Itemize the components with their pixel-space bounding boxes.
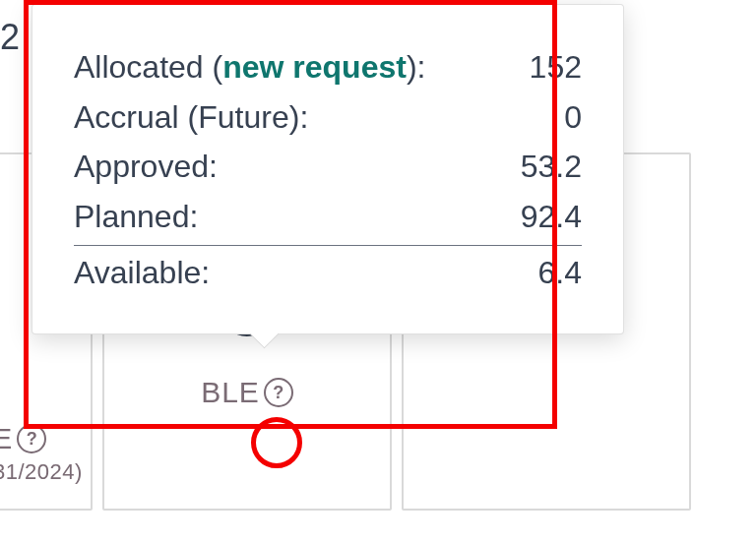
help-icon[interactable]: ? <box>17 424 46 453</box>
tooltip-value: 0 <box>564 92 582 143</box>
tooltip-row-available: Available: 6.4 <box>74 245 582 298</box>
tooltip-value: 92.4 <box>521 192 582 242</box>
available-label: AVAILABLE <box>0 422 13 455</box>
valid-until-text: (VALID UNTIL 12/31/2024) <box>0 459 83 485</box>
new-request-link[interactable]: new request <box>222 49 407 85</box>
tooltip-row-accrual: Accrual (Future): 0 <box>74 92 582 143</box>
help-icon[interactable]: ? <box>264 378 293 407</box>
tooltip-label-text: Approved: <box>74 142 218 192</box>
tooltip-value: 53.2 <box>521 142 582 192</box>
available-label-partial: BLE <box>201 376 260 409</box>
cropped-text-fragment: 2 <box>0 17 20 58</box>
tooltip-value: 152 <box>530 42 582 92</box>
tooltip-label-text: ): <box>407 49 426 85</box>
tooltip-row-approved: Approved: 53.2 <box>74 142 582 192</box>
tooltip-value: 6.4 <box>538 248 582 298</box>
tooltip-label-text: Allocated ( <box>74 49 222 85</box>
tooltip-label-text: Available: <box>74 248 210 298</box>
balance-breakdown-tooltip: Allocated (new request): 152 Accrual (Fu… <box>32 4 624 334</box>
tooltip-label-text: Planned: <box>74 192 198 242</box>
tooltip-row-planned: Planned: 92.4 <box>74 192 582 242</box>
tooltip-label-text: Accrual (Future): <box>74 92 308 143</box>
tooltip-row-allocated: Allocated (new request): 152 <box>74 42 582 92</box>
